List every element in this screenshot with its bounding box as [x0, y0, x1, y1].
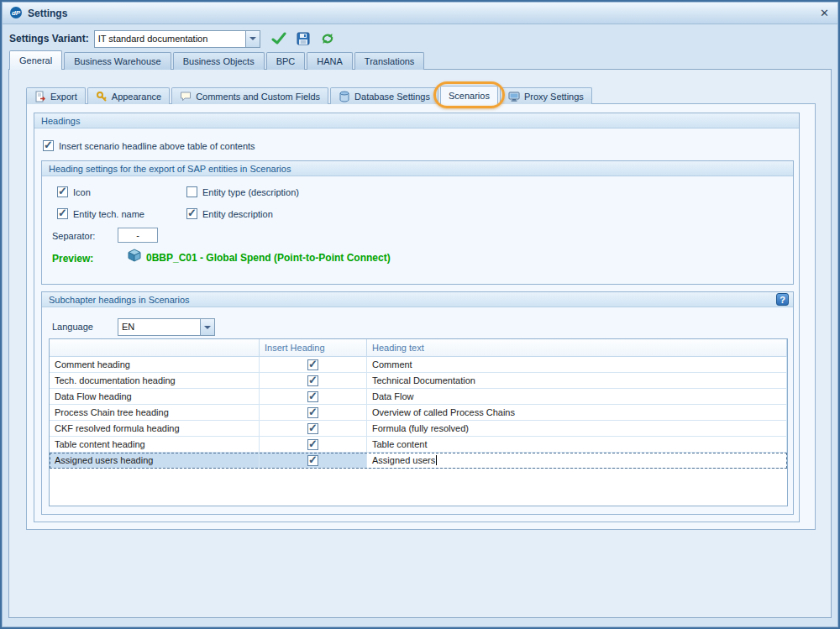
row-name-cell: Tech. documentation heading: [50, 373, 260, 388]
tab-general[interactable]: General: [9, 50, 62, 70]
tab-export[interactable]: Export: [26, 87, 86, 104]
row-insert-cell: [260, 421, 367, 436]
comment-icon: [180, 91, 192, 102]
checkbox-box-icon: [186, 186, 197, 197]
table-row-table-content[interactable]: Table content heading Table content: [50, 437, 787, 453]
row-insert-cell: [260, 389, 367, 404]
text-caret: [436, 455, 437, 465]
row-text-cell: Overview of called Process Chains: [367, 405, 787, 420]
entity-description-checkbox[interactable]: Entity description: [186, 208, 273, 219]
row-name-cell: Process Chain tree heading: [50, 405, 260, 420]
column-header-insert-heading[interactable]: Insert Heading: [260, 339, 367, 356]
checkbox-box-icon: [43, 140, 54, 151]
tab-scenarios-label: Scenarios: [449, 91, 490, 101]
column-header-heading-text[interactable]: Heading text: [367, 339, 787, 356]
proxy-icon: [508, 91, 520, 102]
variant-label: Settings Variant:: [9, 33, 89, 45]
main-tab-bar: General Business Warehouse Business Obje…: [9, 50, 426, 70]
infocube-icon: [128, 249, 141, 264]
row-insert-cell: [260, 405, 367, 420]
help-icon[interactable]: ?: [776, 293, 789, 306]
language-label: Language: [52, 322, 93, 332]
entity-type-checkbox-label: Entity type (description): [202, 187, 299, 197]
settings-tab-bar: Export Appearance Comments and Custom Fi…: [26, 86, 594, 104]
checkbox-box-icon: [186, 208, 197, 219]
insert-headline-checkbox[interactable]: Insert scenario headline above table of …: [43, 140, 255, 151]
separator-input[interactable]: -: [118, 228, 158, 243]
table-header-row: Insert Heading Heading text: [50, 339, 787, 357]
table-row-process-chain-tree[interactable]: Process Chain tree heading Overview of c…: [50, 405, 787, 421]
insert-heading-checkbox[interactable]: [307, 375, 318, 386]
refresh-icon[interactable]: [320, 32, 335, 45]
tab-comments-custom-fields-label: Comments and Custom Fields: [196, 92, 320, 102]
preview-label: Preview:: [52, 253, 93, 265]
svg-text:dP: dP: [12, 9, 21, 17]
entity-description-checkbox-label: Entity description: [202, 209, 273, 219]
tab-appearance-label: Appearance: [112, 92, 161, 102]
tab-database-settings-label: Database Settings: [354, 92, 430, 102]
app-icon: dP: [9, 6, 23, 21]
table-empty-area: [50, 469, 787, 506]
scenarios-tab-content: Headings Insert scenario headline above …: [26, 103, 816, 530]
row-text-cell: Table content: [367, 437, 787, 452]
row-name-cell: Assigned users heading: [50, 453, 260, 468]
close-icon[interactable]: ✕: [818, 7, 831, 19]
row-insert-cell: [260, 453, 367, 468]
tab-proxy-settings[interactable]: Proxy Settings: [500, 87, 592, 104]
insert-heading-checkbox[interactable]: [307, 391, 318, 402]
tab-scenarios[interactable]: Scenarios: [440, 86, 498, 104]
tab-comments-custom-fields[interactable]: Comments and Custom Fields: [171, 87, 328, 104]
tab-export-label: Export: [50, 92, 77, 102]
tab-database-settings[interactable]: Database Settings: [330, 87, 438, 104]
window-title: Settings: [28, 8, 67, 19]
insert-heading-checkbox[interactable]: [307, 359, 318, 370]
insert-heading-checkbox[interactable]: [307, 455, 318, 466]
insert-heading-checkbox[interactable]: [307, 439, 318, 450]
row-text-editor[interactable]: Assigned users: [367, 453, 787, 468]
entity-tech-name-checkbox-label: Entity tech. name: [73, 209, 144, 219]
heading-settings-title: Heading settings for the export of SAP e…: [42, 161, 793, 176]
tab-bpc[interactable]: BPC: [266, 52, 306, 70]
save-icon[interactable]: [297, 32, 310, 45]
row-name-cell: Table content heading: [50, 437, 260, 452]
tab-business-objects[interactable]: Business Objects: [173, 52, 265, 70]
table-row-assigned-users[interactable]: Assigned users heading Assigned users: [50, 453, 787, 469]
entity-tech-name-checkbox[interactable]: Entity tech. name: [57, 208, 144, 219]
settings-variant-select[interactable]: IT standard documentation: [94, 30, 260, 48]
row-name-cell: Data Flow heading: [50, 389, 260, 404]
chevron-down-icon[interactable]: [200, 319, 214, 335]
table-row-ckf-resolved-formula[interactable]: CKF resolved formula heading Formula (fu…: [50, 421, 787, 437]
editor-text: Assigned users: [372, 455, 435, 465]
apply-icon[interactable]: [270, 32, 286, 45]
tab-hana[interactable]: HANA: [307, 52, 353, 70]
icon-checkbox-label: Icon: [73, 187, 91, 197]
column-header-name[interactable]: [50, 339, 260, 356]
insert-heading-checkbox[interactable]: [307, 407, 318, 418]
table-row-data-flow[interactable]: Data Flow heading Data Flow: [50, 389, 787, 405]
row-insert-cell: [260, 437, 367, 452]
table-row-tech-documentation[interactable]: Tech. documentation heading Technical Do…: [50, 373, 787, 389]
table-row-comment[interactable]: Comment heading Comment: [50, 357, 787, 373]
export-icon: [34, 91, 46, 102]
tab-translations[interactable]: Translations: [354, 52, 425, 70]
subchapter-headings-table: Insert Heading Heading text Comment head…: [49, 338, 788, 506]
entity-type-checkbox[interactable]: Entity type (description): [186, 186, 299, 197]
preview-text: 0BBP_C01 - Global Spend (Point-to-Point …: [146, 252, 391, 264]
subchapter-headings-group: Subchapter headings in Scenarios ? Langu…: [41, 291, 794, 515]
row-text-cell: Comment: [367, 357, 787, 372]
settings-variant-value: IT standard documentation: [95, 31, 245, 47]
settings-dialog: dP Settings ✕ Settings Variant: IT stand…: [0, 0, 840, 629]
subchapter-group-title: Subchapter headings in Scenarios: [42, 292, 793, 307]
tab-proxy-settings-label: Proxy Settings: [524, 92, 584, 102]
language-value: EN: [118, 319, 200, 335]
chevron-down-icon[interactable]: [245, 31, 260, 47]
language-select[interactable]: EN: [118, 318, 215, 336]
tab-appearance[interactable]: Appearance: [87, 87, 170, 104]
separator-label: Separator:: [52, 231, 95, 241]
tab-business-warehouse[interactable]: Business Warehouse: [64, 52, 171, 70]
appearance-icon: [96, 91, 108, 102]
insert-heading-checkbox[interactable]: [307, 423, 318, 434]
icon-checkbox[interactable]: Icon: [57, 186, 91, 197]
row-name-cell: Comment heading: [50, 357, 260, 372]
headings-group: Headings Insert scenario headline above …: [34, 113, 800, 522]
